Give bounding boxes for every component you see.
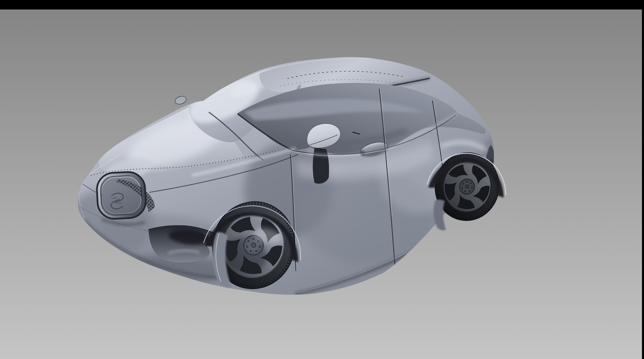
right-letterbox-bar: [642, 0, 644, 359]
app-window: [0, 0, 644, 359]
top-letterbox-bar: [0, 0, 644, 9]
far-mirror-bump: [174, 95, 187, 105]
car-render: [0, 0, 644, 359]
car-model[interactable]: [64, 57, 511, 297]
mirror-stalk: [313, 148, 329, 184]
